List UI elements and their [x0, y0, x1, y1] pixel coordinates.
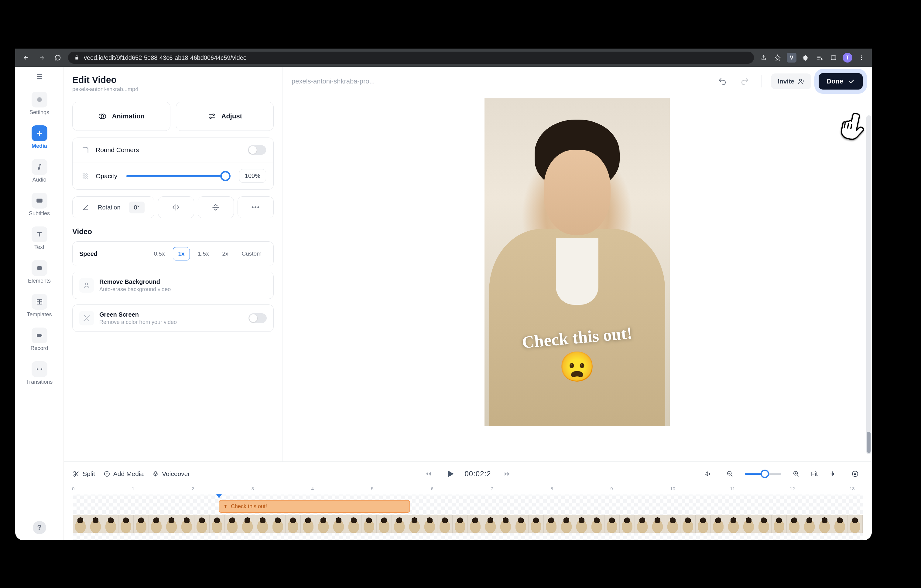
sidebar-item-audio[interactable]: Audio	[15, 157, 63, 187]
fit-label[interactable]: Fit	[811, 471, 818, 478]
sidebar-label: Templates	[27, 312, 52, 318]
opacity-slider[interactable]	[126, 175, 230, 177]
canvas[interactable]: Check this out! 😦	[283, 96, 872, 461]
video-thumb	[559, 515, 574, 533]
scrollbar[interactable]	[866, 115, 871, 454]
zoom-out-button[interactable]	[722, 466, 737, 481]
speed-opt-1.5x[interactable]: 1.5x	[193, 247, 214, 260]
invite-button[interactable]: Invite	[771, 73, 811, 89]
more-button[interactable]	[238, 197, 274, 218]
done-button[interactable]: Done	[818, 73, 863, 89]
extensions-icon[interactable]	[801, 53, 810, 63]
video-thumb	[88, 515, 103, 533]
waveform-button[interactable]	[825, 466, 840, 481]
zoom-slider[interactable]	[745, 473, 781, 475]
sidebar-item-settings[interactable]: Settings	[15, 90, 63, 119]
sidebar-label: Record	[30, 345, 48, 351]
forward-button[interactable]	[36, 52, 47, 63]
video-track[interactable]	[73, 515, 863, 533]
svg-rect-5	[36, 199, 42, 203]
video-thumb	[741, 515, 757, 533]
sidebar-item-text[interactable]: Text	[15, 225, 63, 254]
add-media-button[interactable]: Add Media	[104, 470, 144, 478]
svg-point-2	[861, 57, 862, 58]
url-text: veed.io/edit/9f1dd652-5e88-43c6-ab18-46b…	[84, 54, 247, 61]
video-thumb	[438, 515, 452, 533]
overlay-emoji[interactable]: 😦	[559, 350, 596, 384]
animation-button[interactable]: Animation	[72, 102, 171, 131]
sidebar-item-subtitles[interactable]: Subtitles	[15, 191, 63, 220]
sidebar-item-media[interactable]: Media	[15, 123, 63, 153]
ruler-tick: 5	[371, 486, 374, 491]
video-thumb	[164, 515, 179, 533]
reload-button[interactable]	[52, 52, 63, 63]
speed-opt-custom[interactable]: Custom	[237, 247, 267, 260]
ruler-tick: 4	[311, 486, 314, 491]
prev-frame-button[interactable]	[421, 466, 436, 481]
green-screen-toggle[interactable]	[249, 313, 267, 323]
volume-button[interactable]	[700, 466, 715, 481]
speed-opt-0.5x[interactable]: 0.5x	[148, 247, 170, 260]
split-button[interactable]: Split	[73, 470, 95, 478]
sidebar-item-templates[interactable]: Templates	[15, 292, 63, 322]
rotation-value: 0°	[129, 201, 145, 213]
profile-avatar[interactable]: T	[843, 53, 853, 63]
voiceover-button[interactable]: Voiceover	[152, 470, 190, 478]
sidebar-label: Subtitles	[29, 210, 50, 217]
video-preview[interactable]: Check this out! 😦	[485, 98, 670, 426]
play-button[interactable]	[444, 468, 456, 480]
speed-opt-2x[interactable]: 2x	[217, 247, 233, 260]
video-thumb	[210, 515, 225, 533]
app-frame: Settings Media Audio Subtitles Text Elem…	[15, 67, 872, 540]
hamburger-icon[interactable]	[34, 71, 45, 82]
share-icon[interactable]	[759, 53, 768, 63]
preview-area: pexels-antoni-shkraba-pro... Invite Done	[283, 67, 872, 461]
video-thumb	[817, 515, 832, 533]
remove-background-card[interactable]: Remove Background Auto-erase background …	[72, 272, 274, 299]
timeline-settings-button[interactable]	[848, 466, 863, 481]
text-clip[interactable]: Check this out!	[219, 500, 410, 513]
panel-icon[interactable]	[829, 53, 838, 63]
flip-horizontal-button[interactable]	[158, 197, 194, 218]
timeline-toolbar: Split Add Media Voiceover 00:02:2	[64, 462, 872, 486]
zoom-in-button[interactable]	[789, 466, 804, 481]
undo-button[interactable]	[715, 74, 730, 89]
opacity-value[interactable]: 100%	[239, 169, 266, 183]
svg-rect-0	[832, 55, 836, 60]
video-thumb	[726, 515, 741, 533]
kebab-icon[interactable]	[857, 53, 866, 63]
playlist-icon[interactable]	[815, 53, 824, 63]
svg-point-18	[257, 206, 259, 208]
video-thumb	[103, 515, 119, 533]
extension-veed[interactable]: V	[787, 53, 796, 63]
mic-icon	[152, 471, 159, 477]
round-corners-toggle[interactable]	[248, 145, 266, 155]
video-thumb	[757, 515, 771, 533]
timeline-ruler[interactable]: 012345678910111213	[73, 486, 863, 494]
ruler-tick: 7	[491, 486, 493, 491]
browser-chrome: veed.io/edit/9f1dd652-5e88-43c6-ab18-46b…	[15, 49, 872, 67]
flip-vertical-button[interactable]	[198, 197, 234, 218]
back-button[interactable]	[21, 52, 32, 63]
properties-panel: Edit Video pexels-antoni-shkrab...mp4 An…	[64, 67, 283, 461]
ruler-tick: 10	[670, 486, 675, 491]
timeline-tracks[interactable]: Check this out!	[73, 494, 863, 540]
adjust-button[interactable]: Adjust	[176, 102, 274, 131]
redo-button[interactable]	[737, 74, 752, 89]
rotation-field[interactable]: Rotation 0°	[72, 197, 154, 218]
video-thumb	[771, 515, 787, 533]
bookmark-icon[interactable]	[773, 53, 783, 63]
sidebar-item-elements[interactable]: Elements	[15, 258, 63, 288]
video-thumb	[73, 515, 88, 533]
scissors-icon	[73, 471, 80, 477]
sidebar-item-record[interactable]: Record	[15, 326, 63, 355]
video-thumb	[832, 515, 848, 533]
sidebar-item-transitions[interactable]: Transitions	[15, 359, 63, 389]
url-bar[interactable]: veed.io/edit/9f1dd652-5e88-43c6-ab18-46b…	[68, 52, 754, 64]
help-button[interactable]: ?	[33, 521, 46, 534]
next-frame-button[interactable]	[500, 466, 515, 481]
speed-opt-1x[interactable]: 1x	[173, 247, 190, 260]
project-title[interactable]: pexels-antoni-shkraba-pro...	[291, 77, 708, 85]
video-thumb	[361, 515, 377, 533]
round-corners-row: Round Corners	[73, 138, 273, 162]
